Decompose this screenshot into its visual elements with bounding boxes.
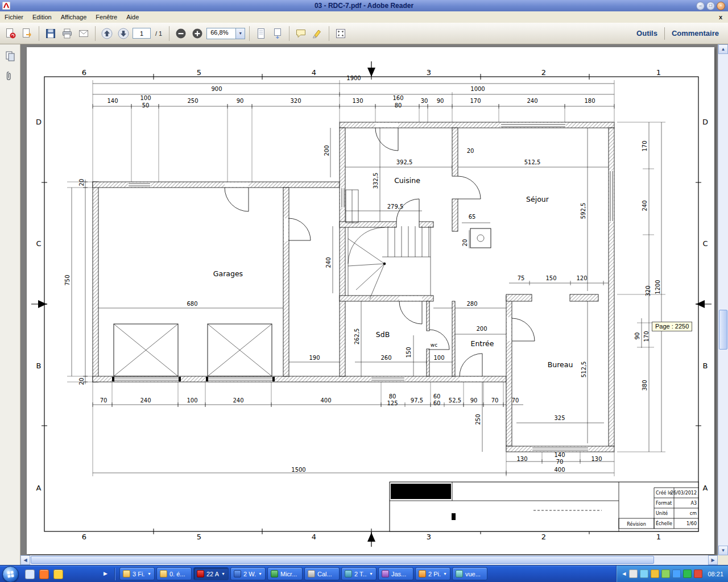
- stairs-and-fixtures: [114, 190, 491, 376]
- taskbar-button-label: 2 Pi...: [428, 571, 441, 577]
- export-icon: [21, 27, 34, 40]
- tray-icon-3[interactable]: [651, 569, 659, 578]
- export-button[interactable]: [20, 26, 35, 41]
- taskbar-button-6[interactable]: Cal...: [304, 567, 340, 580]
- folder2-icon: [160, 570, 167, 577]
- scroll-up-arrow[interactable]: ▲: [718, 44, 728, 54]
- quick-launch-icon-3[interactable]: [53, 569, 63, 579]
- dimension-label: 100: [140, 95, 151, 101]
- centering-arrows: [38, 68, 705, 542]
- scrollbar-corner: [718, 555, 728, 565]
- taskbar-button-10[interactable]: vue...: [452, 567, 487, 580]
- attachments-panel-button[interactable]: [3, 68, 18, 83]
- scroll-down-arrow[interactable]: ▼: [718, 546, 728, 555]
- scroll-mode-button[interactable]: [254, 26, 268, 41]
- pages-panel-button[interactable]: [3, 49, 18, 64]
- scroll-right-arrow[interactable]: ▶: [708, 555, 718, 565]
- menu-item-aide[interactable]: Aide: [122, 12, 143, 22]
- minimize-button[interactable]: –: [696, 2, 705, 10]
- paperclip-icon: [4, 69, 16, 82]
- vertical-scrollbar[interactable]: ▲ ▼: [718, 44, 728, 555]
- grid-column-label: 5: [197, 533, 201, 541]
- dimension-label: 332,5: [373, 173, 379, 189]
- save-button[interactable]: [43, 26, 58, 41]
- create-pdf-button[interactable]: [3, 26, 18, 41]
- quick-launch-expand-chevron[interactable]: ▶: [104, 571, 107, 576]
- dimension-label: 100: [433, 355, 444, 361]
- dimension-label: 1500: [291, 467, 305, 473]
- navigation-sidebar: [0, 44, 20, 565]
- taskbar-button-2[interactable]: 0. é...: [156, 567, 192, 580]
- grid-column-label: 4: [312, 533, 316, 541]
- word-icon: [234, 570, 241, 577]
- tray-icons: [629, 569, 702, 578]
- zoom-out-button[interactable]: [173, 26, 188, 41]
- taskbar: ▶ 3 Fi...▼0. é...22 A...▼2 W...▼Micr...C…: [0, 565, 728, 582]
- page-number-input[interactable]: [133, 28, 151, 39]
- close-button[interactable]: ×: [717, 2, 725, 10]
- horizontal-scroll-thumb[interactable]: [31, 556, 654, 564]
- comment-bubble-button[interactable]: [293, 26, 308, 41]
- tray-icon-6[interactable]: [683, 569, 692, 578]
- grid-column-label: 1: [656, 533, 661, 541]
- start-button[interactable]: [2, 566, 19, 582]
- page-view-button[interactable]: [270, 26, 285, 41]
- taskbar-clock: 08:21: [708, 571, 723, 577]
- fullscreen-button[interactable]: [333, 26, 348, 41]
- menubar: Fichier Edition Affichage Fenêtre Aide x: [0, 11, 728, 23]
- grid-row-label: C: [36, 239, 41, 248]
- scroll-left-arrow[interactable]: ◀: [20, 555, 30, 565]
- dimension-label: 75: [518, 275, 525, 281]
- walls-layer: [93, 122, 614, 452]
- titleblock-label: Unité: [656, 510, 668, 516]
- previous-page-button[interactable]: [100, 26, 114, 41]
- tray-icon-5[interactable]: [672, 569, 681, 578]
- menu-item-edition[interactable]: Edition: [28, 12, 56, 22]
- taskbar-button-1[interactable]: 3 Fi...▼: [119, 567, 155, 580]
- horizontal-scrollbar[interactable]: ◀ ▶: [20, 555, 718, 565]
- dimension-label: 60: [433, 400, 441, 406]
- zoom-level-combobox[interactable]: 66,8% ▼: [206, 28, 245, 39]
- taskbar-button-label: Jas...: [391, 571, 410, 577]
- picture-icon: [419, 570, 426, 577]
- dimension-label: 190: [309, 355, 320, 361]
- next-page-button[interactable]: [116, 26, 131, 41]
- tray-hide-chevron[interactable]: ◀: [622, 571, 626, 576]
- tools-button[interactable]: Outils: [636, 29, 657, 38]
- quick-launch-icon-2[interactable]: [39, 569, 49, 579]
- comment-panel-button[interactable]: Commentaire: [672, 29, 719, 38]
- menu-item-fichier[interactable]: Fichier: [0, 12, 28, 22]
- tray-icon-4[interactable]: [661, 569, 670, 578]
- pdf-page: Créé le 26/03/2012 Format A3 Unité cm Éc…: [27, 47, 714, 554]
- titleblock-label: Échelle: [656, 520, 672, 526]
- taskbar-button-7[interactable]: 2 T...▼: [341, 567, 377, 580]
- maximize-button[interactable]: □: [706, 2, 715, 10]
- menu-item-fenetre[interactable]: Fenêtre: [91, 12, 122, 22]
- extension-lines: [67, 80, 665, 476]
- zoom-in-button[interactable]: [190, 26, 205, 41]
- grid-column-label: 5: [197, 68, 201, 77]
- dimension-label: 170: [470, 98, 481, 104]
- taskbar-button-3[interactable]: 22 A...▼: [193, 567, 229, 580]
- vertical-scroll-thumb[interactable]: [719, 310, 727, 350]
- tray-icon-2[interactable]: [640, 569, 648, 578]
- print-button[interactable]: [60, 26, 75, 41]
- taskbar-button-9[interactable]: 2 Pi...▼: [415, 567, 450, 580]
- tray-icon-7[interactable]: [694, 569, 702, 578]
- taskbar-button-5[interactable]: Micr...: [267, 567, 303, 580]
- menu-item-affichage[interactable]: Affichage: [56, 12, 92, 22]
- comment-bubble-icon: [295, 27, 307, 40]
- dimension-label: 140: [107, 98, 118, 104]
- chevron-down-icon[interactable]: ▼: [235, 28, 245, 39]
- grid-column-label: 2: [541, 68, 546, 77]
- tray-icon-1[interactable]: [629, 569, 638, 578]
- highlight-button[interactable]: [310, 26, 325, 41]
- grid-column-label: 3: [427, 68, 431, 77]
- email-button[interactable]: [76, 26, 91, 41]
- taskbar-button-4[interactable]: 2 W...▼: [230, 567, 266, 580]
- quick-launch-icon-1[interactable]: [25, 569, 35, 579]
- room-label: Garages: [213, 269, 243, 278]
- taskbar-button-8[interactable]: Jas...: [378, 567, 413, 580]
- titleblock-label: Créé le: [656, 490, 672, 496]
- close-document-button[interactable]: x: [719, 14, 722, 20]
